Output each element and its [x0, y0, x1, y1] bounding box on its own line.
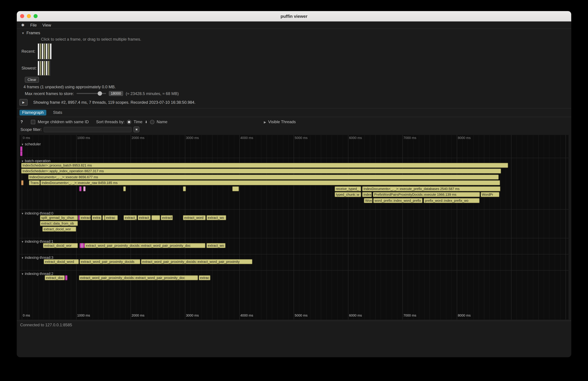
menu-file[interactable]: File: [30, 23, 37, 27]
gridline: [255, 135, 256, 319]
close-window-button[interactable]: [20, 14, 24, 18]
gridline: [337, 135, 337, 319]
collapse-triangle-icon: ▼: [21, 160, 24, 163]
scope-bar[interactable]: extract_wo: [206, 243, 226, 248]
scope-bar[interactable]: extract_word: [183, 215, 206, 220]
menu-view[interactable]: View: [42, 23, 51, 27]
flamegraph-canvas[interactable]: 0 ms0 ms1000 ms1000 ms2000 ms2000 ms3000…: [20, 135, 568, 319]
scope-bar[interactable]: extract_doc: [45, 275, 65, 280]
scope-bar[interactable]: [21, 180, 23, 185]
scope-bar[interactable]: PrefixWordPairsProximityDocids::execute …: [373, 192, 480, 197]
gridline: [375, 135, 376, 319]
thread-label-indexing-thread:0[interactable]: ▼ indexing-thread:0: [21, 211, 53, 215]
thread-label-scheduler[interactable]: ▼ scheduler: [21, 142, 41, 146]
help-button[interactable]: ?: [21, 120, 23, 124]
scope-bar[interactable]: [151, 215, 160, 220]
scope-bar[interactable]: extract_word_pair_proximity_docids::extr…: [141, 259, 252, 264]
collapse-triangle-icon: ▼: [21, 32, 24, 35]
slowest-frames-thumbnail[interactable]: [38, 61, 50, 76]
scope-bar[interactable]: extract_word_pair_proximity_docids::extr…: [84, 243, 205, 248]
gridline: [98, 135, 98, 319]
frames-section-header[interactable]: ▼ Frames: [21, 31, 568, 35]
scope-bar[interactable]: WordPr: [481, 192, 499, 197]
gridline: [109, 135, 109, 319]
scope-bar[interactable]: extract_: [124, 215, 137, 220]
thread-label-indexing-thread:2[interactable]: ▼ indexing-thread:2: [21, 272, 53, 275]
visible-threads-toggle[interactable]: ▶ Visible Threads: [264, 120, 296, 124]
scope-bar[interactable]: IndexScheduler>::process_batch 8953.821 …: [21, 163, 508, 168]
empty-space: [17, 329, 571, 357]
scope-bar[interactable]: extract_word_pair_proximity_docids: [80, 259, 140, 264]
sort-threads-label: Sort threads by:: [96, 120, 125, 124]
scope-bar[interactable]: [102, 215, 105, 220]
status-bar: Connected to 127.0.0.1:8585: [17, 320, 571, 329]
max-frames-slider[interactable]: [77, 91, 106, 96]
scope-bar[interactable]: [79, 186, 82, 191]
zoom-window-button[interactable]: [34, 14, 38, 18]
scope-filter-input[interactable]: [44, 127, 132, 132]
scope-bar[interactable]: IndexDocuments<_, _>::execute_prefix_dat…: [362, 186, 500, 191]
time-tick-label: 8000 ms: [458, 136, 471, 140]
thread-label-indexing-thread:3[interactable]: ▼ indexing-thread:3: [21, 255, 53, 259]
scope-bar[interactable]: split_grenad_by_chun: [40, 215, 78, 220]
clear-filter-button[interactable]: ✖: [134, 127, 139, 132]
gridline: [479, 135, 479, 319]
play-button[interactable]: ▶: [20, 99, 27, 106]
merge-children-checkbox[interactable]: [31, 120, 35, 124]
scope-bar[interactable]: extract_word_pair_proximity_docids::extr…: [79, 275, 198, 280]
scope-bar[interactable]: prefix_word::index_prefix_wo: [423, 198, 480, 203]
gridline: [234, 135, 234, 319]
titlebar: puffin viewer: [17, 11, 571, 21]
thread-label-batch-operation[interactable]: ▼ batch-operation: [21, 159, 50, 163]
gridline: [549, 135, 549, 319]
gridline: [158, 135, 158, 319]
sort-by-time-radio[interactable]: [127, 120, 131, 124]
gridline: [82, 135, 82, 319]
scope-bar[interactable]: IndexDocuments<_, _>::execute_raw 8459.1…: [40, 180, 500, 185]
time-tick-label: 7000 ms: [403, 136, 416, 140]
scope-bar[interactable]: IndexDocuments<_, _>::execute 8656.677 m…: [28, 174, 499, 180]
scope-bar[interactable]: index: [362, 192, 372, 197]
scope-bar[interactable]: [83, 186, 85, 191]
recent-frames-thumbnail[interactable]: [38, 43, 52, 59]
gridline: [473, 135, 473, 319]
clear-button[interactable]: Clear: [25, 77, 39, 83]
scope-bar[interactable]: [232, 186, 239, 191]
time-tick-label: 3000 ms: [186, 136, 199, 140]
slider-knob[interactable]: [98, 91, 102, 96]
minimize-window-button[interactable]: [27, 14, 31, 18]
scope-filter-label: Scope filter:: [21, 127, 42, 132]
scope-bar[interactable]: extract: [80, 215, 91, 220]
scope-bar[interactable]: extrac: [105, 215, 118, 220]
scope-bar[interactable]: word_prefix::index_word_prefix: [373, 198, 422, 203]
scope-bar[interactable]: [20, 151, 22, 156]
scope-bar[interactable]: typed_chunk::w: [335, 192, 361, 197]
scope-bar[interactable]: extract_wo: [206, 215, 226, 220]
scope-bar[interactable]: extract_docid_wor: [43, 243, 78, 248]
scope-bar[interactable]: [123, 186, 126, 191]
scope-bar[interactable]: extra: [92, 215, 102, 220]
theme-toggle-icon[interactable]: ✱: [21, 23, 24, 27]
scope-bar[interactable]: [65, 275, 67, 280]
scope-bar[interactable]: Word: [364, 198, 373, 203]
scope-bar[interactable]: IndexScheduler>::apply_index_operation 8…: [21, 169, 501, 173]
scope-bar[interactable]: receive_typed_: [335, 186, 361, 191]
scope-bar[interactable]: [183, 186, 186, 191]
gridline: [332, 135, 332, 319]
scope-bar[interactable]: extract_docid_word: [44, 259, 79, 264]
scope-bar[interactable]: extract: [161, 215, 173, 220]
tab-flamegraph[interactable]: Flamegraph: [20, 110, 46, 115]
scope-bar[interactable]: extrac: [199, 275, 210, 280]
scope-bar[interactable]: Trans: [29, 180, 40, 185]
gridline: [114, 135, 115, 319]
frames-summary: 4 frames (1 unpacked) using approximatel…: [23, 85, 568, 89]
max-frames-value[interactable]: 18000: [109, 91, 123, 96]
sort-by-name-radio[interactable]: [150, 120, 154, 124]
gridline: [527, 135, 528, 319]
scope-bar[interactable]: extract::data_from_ob: [40, 221, 78, 226]
scope-bar[interactable]: extract_docid_wor: [42, 227, 76, 232]
scope-bar[interactable]: extract_: [138, 215, 151, 220]
thread-label-indexing-thread:1[interactable]: ▼ indexing-thread:1: [21, 239, 53, 243]
tab-stats[interactable]: Stats: [50, 110, 65, 115]
scope-bar[interactable]: [20, 146, 22, 151]
